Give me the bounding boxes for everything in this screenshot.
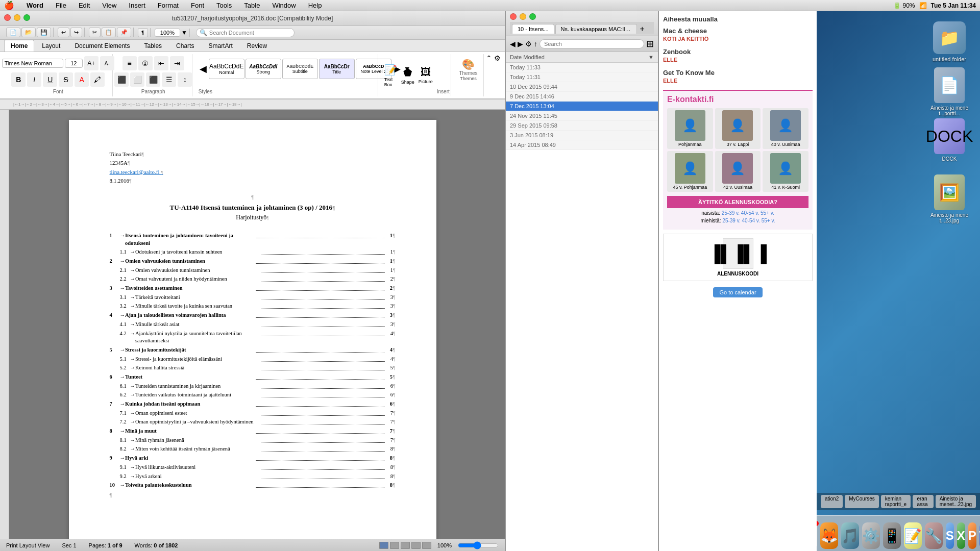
menu-tools[interactable]: Tools [214, 2, 234, 9]
desktop-item-untitled-folder[interactable]: 📁 untitled folder [929, 21, 970, 62]
tab-tables[interactable]: Tables [137, 40, 168, 52]
dock-calendar[interactable]: Jan 5 5 [817, 522, 817, 549]
document-area[interactable]: Tiina Teeckari¶ 12345A¶ tiina.teeckari@a… [0, 110, 505, 539]
decrease-font-btn[interactable]: A- [100, 56, 114, 70]
dock-excel[interactable]: X [957, 522, 965, 549]
filter-men-55plus[interactable]: 55+ v. [762, 218, 775, 223]
document-page[interactable]: Tiina Teeckari¶ 12345A¶ tiina.teeckari@a… [69, 120, 436, 539]
picture-btn[interactable]: 🖼 Picture [419, 66, 433, 84]
tab-home[interactable]: Home [4, 40, 34, 52]
desktop-item-jpg[interactable]: 🖼️ Aineisto ja menet...23.jpg [929, 174, 970, 223]
font-name-input[interactable] [2, 59, 63, 68]
finder-tab-1[interactable]: 10 - Itsens... [512, 24, 554, 34]
taskbar-item-3[interactable]: kemian raportti_e [881, 495, 911, 508]
filter-men-40-54[interactable]: 40-54 v. [742, 218, 760, 223]
dock-itunes[interactable]: 🎵 [841, 522, 859, 549]
indent-btn[interactable]: ⇥ [170, 56, 184, 70]
menu-help[interactable]: Help [306, 2, 324, 9]
search-input[interactable] [209, 30, 291, 36]
taskbar-item-4[interactable]: eran assa [913, 495, 933, 508]
shape-btn[interactable]: ⬟ Shape [401, 66, 414, 85]
outline-btn[interactable] [401, 542, 410, 549]
finder-back-btn[interactable]: ◀ [510, 40, 516, 48]
maximize-button[interactable] [23, 14, 30, 21]
dock-skype[interactable]: S [946, 522, 954, 549]
numbered-list-btn[interactable]: ① [138, 56, 153, 70]
font-color-btn[interactable]: A [75, 72, 89, 87]
tab-review[interactable]: Review [240, 40, 274, 52]
finder-maximize-btn[interactable] [529, 13, 536, 20]
dock-firefox[interactable]: 🦊 [820, 522, 838, 549]
tab-layout[interactable]: Layout [35, 40, 67, 52]
cut-btn[interactable]: ✂ [89, 28, 101, 37]
menu-window[interactable]: Window [270, 2, 298, 9]
link-mac-cheese[interactable]: Mac & cheese KOTI JA KEITTIÖ [663, 27, 813, 42]
redo-btn[interactable]: ↪ [70, 28, 82, 37]
tab-smartart[interactable]: SmartArt [202, 40, 239, 52]
link-zenbook[interactable]: Zenbook ELLE [663, 48, 813, 63]
apple-menu[interactable]: 🍎 [4, 1, 14, 10]
profile-lappi[interactable]: 👤 37 v. Lappi [715, 108, 761, 149]
outdent-btn[interactable]: ⇤ [154, 56, 168, 70]
profile-pohjanmaa2[interactable]: 👤 45 v. Pohjanmaa [667, 151, 713, 192]
filter-women-55plus[interactable]: 55+ v. [761, 210, 774, 216]
dock-syspref[interactable]: ⚙️ [862, 522, 880, 549]
open-btn[interactable]: 📂 [21, 28, 36, 37]
print-layout-btn[interactable] [379, 542, 388, 549]
profile-uusimaa1[interactable]: 👤 40 v. Uusimaa [763, 108, 808, 149]
filter-men-25-39[interactable]: 25-39 v. [722, 218, 740, 223]
add-tab-btn[interactable]: + [638, 24, 647, 34]
menu-word[interactable]: Word [24, 2, 45, 9]
minimize-button[interactable] [14, 14, 20, 21]
profile-pohjanmaa[interactable]: 👤 Pohjanmaa [667, 108, 713, 149]
desktop-item-doc1[interactable]: 📄 Aineisto ja menet...portti... [929, 67, 970, 116]
finder-forward-btn[interactable]: ▶ [518, 40, 523, 48]
taskbar-item-5[interactable]: Aineisto ja menet...23.jpg [936, 495, 976, 508]
menu-insert[interactable]: Insert [127, 2, 148, 9]
style-title[interactable]: AaBbCcDr Title [319, 59, 355, 79]
align-left-btn[interactable]: ⬛ [114, 72, 129, 87]
zoom-input[interactable] [155, 29, 180, 37]
save-btn[interactable]: 💾 [37, 28, 51, 37]
style-strong[interactable]: AaBbCcDdI Strong [246, 59, 281, 79]
profile-ksuomi[interactable]: 👤 41 v. K-Suomi [763, 151, 808, 192]
link-get-to-know-me[interactable]: Get To Know Me ELLE [663, 69, 813, 84]
increase-font-btn[interactable]: A+ [84, 56, 99, 70]
draft-btn[interactable] [411, 542, 421, 549]
finder-search-input[interactable] [540, 39, 644, 48]
date-group-dec7-selected[interactable]: 7 Dec 2015 13:04 [506, 102, 658, 111]
dock-powerpoint[interactable]: P [968, 522, 976, 549]
profile-uusimaa2[interactable]: 👤 42 v. Uusimaa [715, 151, 761, 192]
filter-women-40-54[interactable]: 40-54 v. [741, 210, 759, 216]
finder-action-btn[interactable]: ⚙ [525, 40, 532, 48]
taskbar-item-2[interactable]: MyCourses [845, 495, 879, 508]
tab-charts[interactable]: Charts [169, 40, 201, 52]
highlight-btn[interactable]: 🖍 [90, 72, 105, 87]
style-normal[interactable]: AaBbCcDdE Normal [209, 59, 244, 79]
menu-file[interactable]: File [54, 2, 68, 9]
ad-cta-btn[interactable]: ÄYTITKÖ ALENNUSKOODIA? [667, 196, 808, 208]
finder-tab-2[interactable]: Ns. kuvakaappaus MAC:lla... [555, 24, 637, 34]
sort-arrow[interactable]: ▼ [648, 54, 654, 60]
styles-prev-btn[interactable]: ◀ [199, 59, 208, 79]
notebook-btn[interactable] [422, 542, 431, 549]
bullet-list-btn[interactable]: ≡ [122, 56, 137, 70]
zoom-slider[interactable] [458, 541, 499, 549]
ribbon-collapse-btn[interactable]: ⌃ [486, 54, 492, 62]
dock-notes[interactable]: 📝 [904, 522, 922, 549]
menu-table[interactable]: Table [242, 2, 262, 9]
menu-edit[interactable]: Edit [77, 2, 92, 9]
taskbar-item-1[interactable]: ation2 [821, 495, 843, 508]
dock-utilities[interactable]: 🔧 [925, 522, 943, 549]
dock-iphone[interactable]: 📱 [883, 522, 901, 549]
align-right-btn[interactable]: ⬛ [146, 72, 160, 87]
paste-btn[interactable]: 📌 [117, 28, 131, 37]
filter-women-25-39[interactable]: 25-39 v. [722, 210, 740, 216]
finder-minimize-btn[interactable] [520, 13, 526, 20]
close-button[interactable] [4, 14, 11, 21]
finder-grid-btn[interactable]: ⊞ [646, 38, 654, 49]
style-subtitle[interactable]: AaBbCcDdE Subtitle [282, 59, 318, 79]
go-calendar-btn[interactable]: Go to calendar [713, 287, 762, 297]
align-center-btn[interactable]: ⬜ [130, 72, 144, 87]
new-btn[interactable]: 📄 [6, 28, 20, 37]
